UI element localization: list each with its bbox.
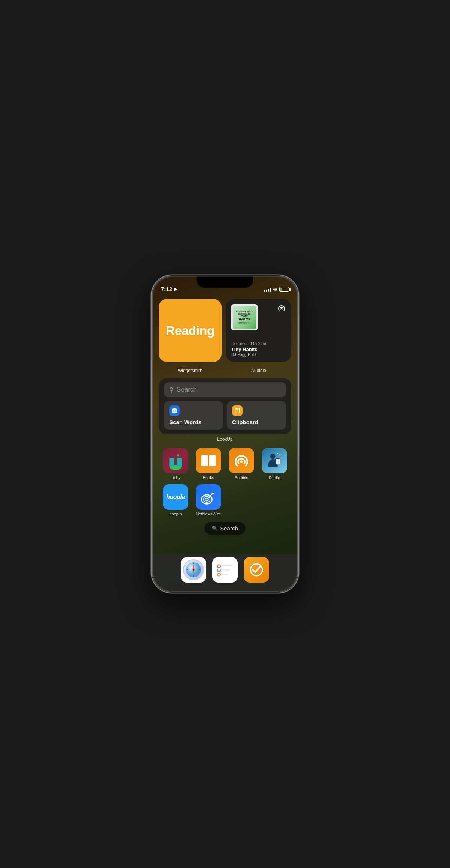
books-label: Books xyxy=(203,475,214,480)
app-item-hoopla[interactable]: hoopla hoopla xyxy=(160,484,191,516)
audible-app-icon xyxy=(229,448,254,473)
svg-point-13 xyxy=(279,455,280,456)
clipboard-button[interactable]: Clipboard xyxy=(227,401,286,430)
lookup-search-bar[interactable]: ⚲ Search xyxy=(164,382,286,397)
svg-rect-36 xyxy=(222,569,230,570)
dock xyxy=(153,554,297,592)
svg-rect-8 xyxy=(208,455,209,466)
netnewswire-label: NetNewsWire xyxy=(196,512,221,516)
hoopla-icon: hoopla xyxy=(163,484,188,510)
app-item-kindle[interactable]: Kindle xyxy=(259,448,290,480)
signal-bar-2 xyxy=(266,290,267,292)
screen-content: Reading NEW YORK TIMES BESTSELLER TINYHA… xyxy=(153,276,297,592)
phone-frame: 7:12 ▶ ⊛ 22 xyxy=(152,276,298,592)
svg-point-9 xyxy=(240,461,243,463)
svg-point-15 xyxy=(281,457,282,457)
resume-text: Resume · 11h 22m xyxy=(231,341,286,346)
search-pill-button[interactable]: 🔍 Search xyxy=(204,522,246,535)
search-pill-label: Search xyxy=(220,525,238,532)
book-author: BJ Fogg PhD xyxy=(231,352,286,357)
time-display: 7:12 xyxy=(161,286,172,292)
dock-safari-icon[interactable] xyxy=(181,557,206,583)
libby-inner xyxy=(163,448,188,473)
signal-bar-4 xyxy=(270,288,271,292)
clipboard-label: Clipboard xyxy=(232,419,281,425)
camera-icon xyxy=(169,405,180,416)
book-author-small: BJ FOGG, P... xyxy=(238,322,250,324)
lookup-widget: ⚲ Search Scan Words xyxy=(159,378,291,434)
svg-point-31 xyxy=(193,569,194,571)
audible-widget[interactable]: NEW YORK TIMES BESTSELLER TINYHABITS BJ … xyxy=(226,299,291,362)
svg-point-1 xyxy=(173,410,175,411)
signal-icon xyxy=(264,287,271,292)
app-item-netnewswire[interactable]: NetNewsWire xyxy=(193,484,224,516)
status-time-area: 7:12 ▶ xyxy=(161,286,177,292)
search-pill-icon: 🔍 xyxy=(212,526,218,531)
app-item-audible[interactable]: Audible xyxy=(226,448,257,480)
wifi-icon: ⊛ xyxy=(273,287,277,292)
hoopla-text: hoopla xyxy=(166,494,184,500)
hoopla-label: hoopla xyxy=(169,512,182,516)
widget-labels: Widgetsmith Audible xyxy=(153,366,297,373)
svg-point-16 xyxy=(281,454,282,454)
svg-point-21 xyxy=(212,493,214,494)
audible-label: Audible xyxy=(235,475,249,480)
lookup-widget-label: LookUp xyxy=(153,437,297,442)
book-title: Tiny Habits xyxy=(231,347,286,352)
svg-point-14 xyxy=(278,453,278,454)
status-indicators: ⊛ 22 xyxy=(264,287,289,292)
empty-cell-1 xyxy=(226,484,257,516)
book-cover: NEW YORK TIMES BESTSELLER TINYHABITS BJ … xyxy=(231,304,258,330)
svg-rect-4 xyxy=(177,458,182,467)
scan-words-label: Scan Words xyxy=(169,419,218,425)
battery-indicator: 22 xyxy=(279,287,289,292)
app-item-books[interactable]: Books xyxy=(193,448,224,480)
signal-bar-3 xyxy=(268,289,269,292)
power-button[interactable] xyxy=(297,348,298,370)
dock-omnifocus-icon[interactable] xyxy=(244,557,269,583)
svg-rect-34 xyxy=(222,565,232,566)
kindle-label: Kindle xyxy=(269,475,280,480)
audible-widget-header: NEW YORK TIMES BESTSELLER TINYHABITS BJ … xyxy=(231,304,286,330)
widgetsmith-label: Widgetsmith xyxy=(159,368,222,373)
libby-label: Libby xyxy=(171,475,180,480)
empty-cell-2 xyxy=(259,484,290,516)
app-grid-row2: hoopla hoopla xyxy=(153,483,297,519)
notch xyxy=(197,276,253,288)
lookup-search-placeholder: Search xyxy=(177,386,197,393)
safari-compass xyxy=(183,559,204,580)
lookup-search-icon: ⚲ xyxy=(169,386,174,393)
book-cover-inner: NEW YORK TIMES BESTSELLER TINYHABITS BJ … xyxy=(233,306,256,329)
scan-words-button[interactable]: Scan Words xyxy=(164,401,223,430)
battery-percent: 22 xyxy=(280,288,289,291)
reading-label: Reading xyxy=(166,323,215,338)
widgets-row: Reading NEW YORK TIMES BESTSELLER TINYHA… xyxy=(153,294,297,366)
svg-marker-5 xyxy=(177,454,179,457)
signal-bar-1 xyxy=(264,290,265,292)
book-tiny: TINYHABITS xyxy=(239,315,250,321)
svg-rect-6 xyxy=(201,455,208,466)
location-icon: ▶ xyxy=(174,287,177,292)
clipboard-icon xyxy=(232,405,243,416)
dock-reminders-icon[interactable] xyxy=(212,557,238,583)
audible-book-info: Resume · 11h 22m Tiny Habits BJ Fogg PhD xyxy=(231,341,286,357)
kindle-icon xyxy=(262,448,287,473)
audible-logo-icon xyxy=(277,304,286,315)
widgetsmith-widget[interactable]: Reading xyxy=(159,299,222,362)
svg-point-0 xyxy=(281,308,282,309)
svg-point-10 xyxy=(270,454,275,459)
svg-rect-3 xyxy=(169,458,174,467)
app-grid-row1: Libby Books xyxy=(153,442,297,483)
audible-widget-label: Audible xyxy=(226,368,291,373)
phone-screen: 7:12 ▶ ⊛ 22 xyxy=(153,276,297,592)
svg-rect-12 xyxy=(278,459,279,464)
libby-icon xyxy=(163,448,188,473)
netnewswire-icon xyxy=(196,484,221,510)
svg-rect-7 xyxy=(209,455,216,466)
books-icon xyxy=(196,448,221,473)
svg-rect-38 xyxy=(222,574,228,574)
app-item-libby[interactable]: Libby xyxy=(160,448,191,480)
lookup-actions: Scan Words Clipboard xyxy=(164,401,286,430)
search-pill-container: 🔍 Search xyxy=(153,519,297,539)
